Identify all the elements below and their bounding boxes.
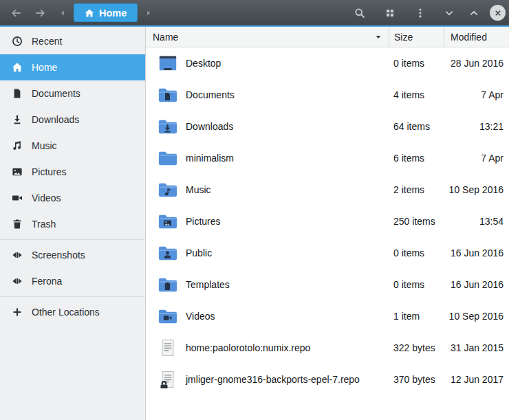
file-name-label: Music xyxy=(186,184,211,195)
desktop-icon xyxy=(158,54,178,72)
sort-triangle-down-icon xyxy=(374,33,382,41)
file-name-cell: Pictures xyxy=(146,212,389,230)
file-name-label: Pictures xyxy=(186,216,221,227)
sidebar-item-label: Other Locations xyxy=(32,307,100,318)
template-emblem-icon xyxy=(163,282,172,291)
sidebar-item-label: Trash xyxy=(32,219,56,230)
sidebar-item-label: Screenshots xyxy=(32,250,85,261)
file-name-cell: Music xyxy=(146,181,389,199)
sidebar-item-label: Documents xyxy=(32,88,80,99)
file-modified-cell: 31 Jan 2015 xyxy=(444,342,509,353)
file-modified-cell: 10 Sep 2016 xyxy=(444,184,509,195)
sidebar-item-pictures[interactable]: Pictures xyxy=(0,159,145,185)
column-header-size[interactable]: Size xyxy=(389,27,444,47)
drive-icon xyxy=(12,250,23,261)
file-modified-cell: 28 Jun 2016 xyxy=(444,58,509,69)
file-name-cell: minimalism xyxy=(146,149,389,167)
file-row[interactable]: Desktop 0 items 28 Jun 2016 xyxy=(146,47,509,79)
grid-icon xyxy=(385,8,396,19)
chevron-down-icon xyxy=(444,8,455,19)
sidebar-item-documents[interactable]: Documents xyxy=(0,80,145,107)
sidebar-item-label: Pictures xyxy=(32,166,67,177)
path-scroll-right[interactable] xyxy=(144,8,153,19)
sidebar-item-trash[interactable]: Trash xyxy=(0,211,145,237)
file-size-cell: 370 bytes xyxy=(389,374,444,385)
column-header-modified[interactable]: Modified xyxy=(444,27,509,47)
window-collapse-button[interactable] xyxy=(440,4,458,22)
file-name-cell: Videos xyxy=(146,307,389,325)
sidebar-item-label: Videos xyxy=(32,192,61,203)
forward-button[interactable] xyxy=(32,4,50,22)
file-list-pane: Name Size Modified Desktop xyxy=(146,27,509,420)
folder-icon xyxy=(158,212,178,230)
file-size-cell: 4 items xyxy=(389,89,444,100)
file-modified-cell: 10 Sep 2016 xyxy=(444,311,509,322)
file-modified-cell: 16 Jun 2016 xyxy=(444,279,509,290)
file-row[interactable]: Downloads 64 items 13:21 xyxy=(146,111,509,142)
file-modified-cell: 7 Apr xyxy=(444,89,509,100)
view-grid-button[interactable] xyxy=(381,4,399,22)
folder-icon xyxy=(158,149,178,167)
sidebar-item-music[interactable]: Music xyxy=(0,133,145,159)
folder-icon xyxy=(158,307,178,325)
sidebar-item-other-locations[interactable]: Other Locations xyxy=(0,299,145,325)
search-icon xyxy=(354,8,365,19)
sidebar-item-downloads[interactable]: Downloads xyxy=(0,107,145,133)
file-name-label: Videos xyxy=(186,311,215,322)
sidebar-places: Recent Home Documents Downloads xyxy=(0,28,145,237)
sidebar-item-videos[interactable]: Videos xyxy=(0,185,145,211)
file-row[interactable]: Pictures 250 items 13:54 xyxy=(146,206,509,237)
music-emblem-icon xyxy=(163,187,172,196)
window-close-button[interactable] xyxy=(490,5,506,21)
file-row[interactable]: Public 0 items 16 Jun 2016 xyxy=(146,237,509,269)
menu-button[interactable] xyxy=(411,4,429,22)
folder-icon xyxy=(158,276,178,294)
column-header-name[interactable]: Name xyxy=(146,27,389,47)
file-row[interactable]: jmliger-gnome316-backports-epel-7.repo 3… xyxy=(146,364,509,395)
column-label-modified: Modified xyxy=(451,32,487,43)
file-modified-cell: 12 Jun 2017 xyxy=(444,374,509,385)
sidebar-item-label: Music xyxy=(32,140,57,151)
sidebar-item-home[interactable]: Home xyxy=(0,54,145,80)
folder-icon xyxy=(158,181,178,199)
window-controls xyxy=(440,4,506,22)
chevron-up-icon xyxy=(468,8,479,19)
download-icon xyxy=(12,114,23,125)
file-row[interactable]: minimalism 6 items 7 Apr xyxy=(146,142,509,174)
path-button-home[interactable]: Home xyxy=(74,3,138,22)
file-row[interactable]: Videos 1 item 10 Sep 2016 xyxy=(146,300,509,332)
back-button[interactable] xyxy=(7,4,25,22)
close-icon xyxy=(493,8,503,18)
folder-icon xyxy=(158,86,178,104)
column-label-size: Size xyxy=(394,32,413,43)
sidebar-item-ferona[interactable]: Ferona xyxy=(0,268,145,294)
sidebar-item-screenshots[interactable]: Screenshots xyxy=(0,242,145,268)
camera-emblem-icon xyxy=(163,313,172,322)
window-restore-button[interactable] xyxy=(465,4,483,22)
file-name-label: home:paolorotolo:numix.repo xyxy=(186,342,310,353)
column-header-row: Name Size Modified xyxy=(146,27,509,47)
picture-emblem-icon xyxy=(163,219,172,228)
document-emblem-icon xyxy=(163,92,172,101)
file-icon xyxy=(158,339,178,357)
sidebar: Recent Home Documents Downloads xyxy=(0,27,146,420)
file-row[interactable]: Documents 4 items 7 Apr xyxy=(146,79,509,111)
file-size-cell: 1 item xyxy=(389,311,444,322)
sidebar-item-recent[interactable]: Recent xyxy=(0,28,145,54)
file-row[interactable]: home:paolorotolo:numix.repo 322 bytes 31… xyxy=(146,332,509,364)
file-name-cell: Downloads xyxy=(146,118,389,135)
file-row[interactable]: Templates 0 items 16 Jun 2016 xyxy=(146,269,509,300)
search-button[interactable] xyxy=(351,4,369,22)
sidebar-item-label: Home xyxy=(32,62,57,73)
file-modified-cell: 13:21 xyxy=(444,121,509,132)
file-name-cell: Desktop xyxy=(146,54,389,72)
back-arrow-icon xyxy=(10,8,21,19)
file-row[interactable]: Music 2 items 10 Sep 2016 xyxy=(146,174,509,206)
file-size-cell: 6 items xyxy=(389,153,444,164)
main-area: Recent Home Documents Downloads xyxy=(0,27,509,420)
drive-icon xyxy=(12,276,23,287)
file-name-label: Downloads xyxy=(186,121,233,132)
path-scroll-left[interactable] xyxy=(58,8,67,19)
path-button-label: Home xyxy=(99,8,127,19)
music-icon xyxy=(12,140,23,151)
